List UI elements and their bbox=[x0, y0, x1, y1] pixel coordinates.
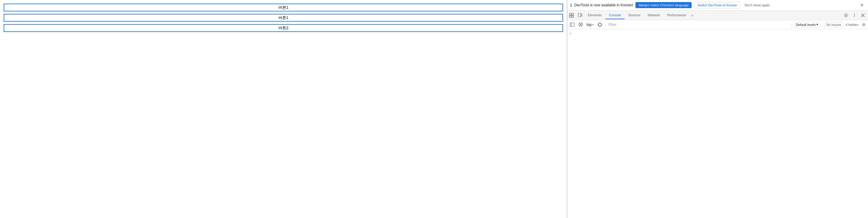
button-btn2[interactable]: 버튼2 bbox=[4, 24, 563, 32]
hidden-count: 4 hidden bbox=[844, 22, 860, 27]
chevron-icon: › bbox=[570, 31, 571, 36]
show-console-sidebar-button[interactable] bbox=[568, 21, 576, 28]
no-issues-button[interactable]: No Issues bbox=[824, 22, 843, 27]
page-area: 버튼1 버튼1 버튼2 bbox=[0, 0, 567, 218]
svg-rect-1 bbox=[572, 13, 574, 15]
switch-devtools-button[interactable]: Switch DevTools to Korean bbox=[694, 2, 740, 8]
tab-network[interactable]: Network bbox=[644, 11, 663, 19]
more-tabs-button[interactable]: » bbox=[690, 12, 695, 19]
tabs-bar: Elements Console Sources Network Perform… bbox=[567, 10, 868, 20]
toolbar-divider3 bbox=[822, 22, 823, 27]
default-levels-button[interactable]: Default levels ▾ bbox=[794, 22, 820, 27]
tab-elements[interactable]: Elements bbox=[584, 11, 605, 19]
console-settings-button[interactable] bbox=[861, 22, 867, 28]
default-levels-arrow-icon: ▾ bbox=[816, 23, 818, 27]
svg-point-8 bbox=[854, 15, 855, 15]
svg-point-7 bbox=[854, 13, 855, 14]
devtools-panel: ℹ DevTools is now available in Korean! A… bbox=[567, 0, 868, 218]
devtools-settings-button[interactable] bbox=[842, 11, 850, 19]
svg-rect-3 bbox=[572, 16, 574, 17]
svg-point-6 bbox=[845, 14, 847, 16]
console-toolbar: top ▾ Default levels ▾ No Issues 4 hidde… bbox=[567, 20, 868, 29]
button-btn1b[interactable]: 버튼1 bbox=[4, 14, 563, 22]
svg-rect-10 bbox=[570, 23, 574, 27]
tabs-right-icons bbox=[842, 11, 868, 19]
tab-sources[interactable]: Sources bbox=[625, 11, 644, 19]
notification-message: DevTools is now available in Korean! bbox=[574, 3, 633, 7]
button-btn1a[interactable]: 버튼1 bbox=[4, 4, 563, 11]
toolbar-divider bbox=[605, 22, 606, 27]
svg-point-9 bbox=[854, 16, 855, 16]
tab-performance[interactable]: Performance bbox=[663, 11, 690, 19]
close-devtools-button[interactable] bbox=[859, 11, 867, 19]
close-notification-button[interactable]: ✕ bbox=[859, 2, 865, 8]
tab-console[interactable]: Console bbox=[605, 11, 625, 19]
console-chevron-row[interactable]: › bbox=[570, 30, 866, 36]
match-language-button[interactable]: Always match Chrome's language bbox=[636, 2, 691, 8]
default-levels-label: Default levels bbox=[796, 23, 816, 27]
inspect-element-icon[interactable] bbox=[567, 11, 576, 20]
svg-point-15 bbox=[863, 24, 864, 25]
info-icon: ℹ bbox=[570, 3, 572, 7]
console-content: › bbox=[567, 29, 868, 218]
clear-console-button[interactable] bbox=[577, 21, 584, 28]
more-options-button[interactable] bbox=[850, 11, 858, 19]
svg-rect-4 bbox=[578, 13, 581, 17]
notification-bar: ℹ DevTools is now available in Korean! A… bbox=[567, 0, 868, 10]
svg-rect-5 bbox=[581, 14, 582, 16]
live-expressions-button[interactable] bbox=[596, 21, 603, 28]
device-toolbar-icon[interactable] bbox=[576, 11, 584, 20]
filter-input[interactable] bbox=[608, 22, 790, 27]
context-label: top bbox=[587, 23, 592, 27]
dont-show-again-button[interactable]: Don't show again bbox=[743, 2, 772, 8]
context-arrow-icon: ▾ bbox=[592, 23, 594, 26]
context-selector[interactable]: top ▾ bbox=[585, 22, 595, 27]
svg-rect-0 bbox=[569, 13, 571, 15]
svg-rect-2 bbox=[569, 16, 571, 17]
